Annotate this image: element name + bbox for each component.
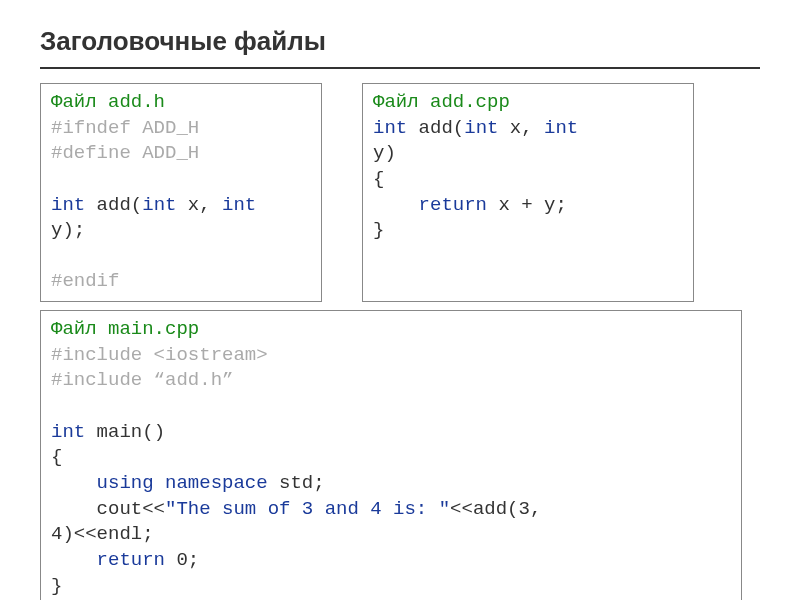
indent (373, 194, 419, 216)
codebox-add-h: Файл add.h #ifndef ADD_H #define ADD_H i… (40, 83, 322, 302)
kw-int: int (142, 194, 176, 216)
top-row: Файл add.h #ifndef ADD_H #define ADD_H i… (40, 83, 760, 302)
indent (51, 472, 97, 494)
cout: cout<< (97, 498, 165, 520)
kw-int: int (544, 117, 578, 139)
param-y: y) (373, 142, 396, 164)
brace-close: } (51, 575, 62, 597)
kw-namespace: namespace (165, 472, 268, 494)
filename-main-cpp: main.cpp (108, 318, 199, 340)
string-literal: "The sum of 3 and 4 is: " (165, 498, 450, 520)
fn-add: add( (85, 194, 142, 216)
kw-int: int (464, 117, 498, 139)
space (154, 472, 165, 494)
preproc-endif: #endif (51, 270, 119, 292)
filename-add-h: add.h (108, 91, 165, 113)
kw-int: int (51, 194, 85, 216)
brace-open: { (51, 446, 62, 468)
add-call-tail: 4)<<endl; (51, 523, 154, 545)
file-label: Файл (51, 318, 108, 340)
ns-std: std; (268, 472, 325, 494)
preproc-ifndef: #ifndef ADD_H (51, 117, 199, 139)
filename-add-cpp: add.cpp (430, 91, 510, 113)
file-label: Файл (373, 91, 430, 113)
brace-close: } (373, 219, 384, 241)
indent (51, 498, 97, 520)
kw-using: using (97, 472, 154, 494)
slide-title: Заголовочные файлы (40, 20, 760, 69)
kw-return: return (97, 549, 165, 571)
zero: 0; (165, 549, 199, 571)
kw-int: int (373, 117, 407, 139)
include-addh: #include “add.h” (51, 369, 233, 391)
kw-return: return (419, 194, 487, 216)
expr-xy: x + y; (487, 194, 567, 216)
slide-container: Заголовочные файлы Файл add.h #ifndef AD… (0, 0, 800, 600)
file-label: Файл (51, 91, 108, 113)
param-x: x, (498, 117, 544, 139)
codebox-add-cpp: Файл add.cpp int add(int x, int y) { ret… (362, 83, 694, 302)
include-iostream: #include <iostream> (51, 344, 268, 366)
kw-int: int (222, 194, 256, 216)
preproc-define: #define ADD_H (51, 142, 199, 164)
param-x: x, (176, 194, 222, 216)
param-y: y); (51, 219, 85, 241)
fn-add: add( (407, 117, 464, 139)
kw-int: int (51, 421, 85, 443)
add-call: <<add(3, (450, 498, 541, 520)
fn-main: main() (85, 421, 165, 443)
brace-open: { (373, 168, 384, 190)
codebox-main-cpp: Файл main.cpp #include <iostream> #inclu… (40, 310, 742, 600)
indent (51, 549, 97, 571)
